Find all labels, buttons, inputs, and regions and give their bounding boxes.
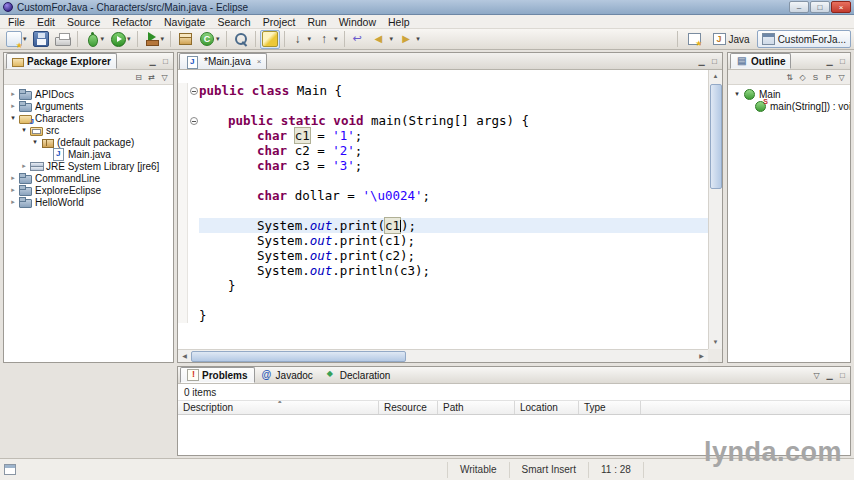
maximize-view-icon[interactable]: □ xyxy=(836,369,849,382)
code-line[interactable] xyxy=(178,203,708,218)
open-perspective-button[interactable] xyxy=(683,30,706,48)
code-line[interactable]: System.out.println(c3); xyxy=(178,263,708,278)
tree-item[interactable]: ▾(default package) xyxy=(4,136,173,148)
expander-icon[interactable]: ▸ xyxy=(8,198,18,206)
hide-static-members-icon[interactable]: S xyxy=(809,71,822,84)
scroll-up-icon[interactable]: ▲ xyxy=(709,70,722,83)
menu-window[interactable]: Window xyxy=(333,16,382,28)
menu-help[interactable]: Help xyxy=(382,16,416,28)
dropdown-arrow-icon[interactable]: ▾ xyxy=(390,35,394,43)
new-wizard-button[interactable]: ▾ xyxy=(4,30,29,49)
tree-item[interactable]: Main.java xyxy=(4,148,173,160)
tree-item[interactable]: main(String[]) : void xyxy=(728,100,850,112)
tree-item[interactable]: ▸ExploreEclipse xyxy=(4,184,173,196)
fold-collapse-icon[interactable] xyxy=(190,117,198,125)
code-line[interactable]: public static void main(String[] args) { xyxy=(178,113,708,128)
minimize-view-icon[interactable]: ▁ xyxy=(146,55,159,68)
tree-item[interactable]: ▾Characters xyxy=(4,112,173,124)
code-line[interactable] xyxy=(178,293,708,308)
new-java-package-button[interactable] xyxy=(175,30,195,49)
dropdown-arrow-icon[interactable]: ▾ xyxy=(127,35,131,43)
view-menu-icon[interactable]: ▽ xyxy=(835,71,848,84)
tree-item[interactable]: ▸JRE System Library [jre6] xyxy=(4,160,173,172)
view-menu-icon[interactable]: ▽ xyxy=(158,71,171,84)
forward-button[interactable]: ▾ xyxy=(397,30,422,49)
editor-horizontal-scrollbar[interactable]: ◀ ▶ xyxy=(178,349,708,362)
column-header-description[interactable]: Description▴ xyxy=(178,401,379,414)
code-line[interactable]: System.out.print(c1); xyxy=(178,218,708,233)
column-header-type[interactable]: Type xyxy=(579,401,641,414)
outline-tree[interactable]: ▾Mainmain(String[]) : void xyxy=(728,86,850,362)
code-line[interactable]: } xyxy=(178,308,708,323)
code-line[interactable]: char c2 = '2'; xyxy=(178,143,708,158)
outline-tab[interactable]: Outline xyxy=(730,53,791,69)
tree-item[interactable]: ▸Arguments xyxy=(4,100,173,112)
minimize-view-icon[interactable]: ▁ xyxy=(823,55,836,68)
previous-annotation-button[interactable]: ▾ xyxy=(315,30,340,49)
menu-source[interactable]: Source xyxy=(61,16,106,28)
dropdown-arrow-icon[interactable]: ▾ xyxy=(161,35,165,43)
view-menu-icon[interactable]: ▽ xyxy=(810,369,823,382)
code-line[interactable]: } xyxy=(178,278,708,293)
expander-icon[interactable]: ▸ xyxy=(8,102,18,110)
search-button[interactable] xyxy=(231,30,251,49)
expander-icon[interactable]: ▾ xyxy=(19,126,29,134)
code-line[interactable] xyxy=(178,98,708,113)
tree-item[interactable]: ▾src xyxy=(4,124,173,136)
code-line[interactable]: public class Main { xyxy=(178,83,708,98)
dropdown-arrow-icon[interactable]: ▾ xyxy=(334,35,338,43)
run-external-tools-button[interactable]: ▾ xyxy=(142,30,167,49)
code-line[interactable] xyxy=(178,173,708,188)
maximize-editor-icon[interactable]: □ xyxy=(708,55,721,68)
hide-fields-icon[interactable]: ◇ xyxy=(796,71,809,84)
column-header-path[interactable]: Path xyxy=(438,401,515,414)
tree-item[interactable]: ▸CommandLine xyxy=(4,172,173,184)
minimize-editor-icon[interactable]: ▁ xyxy=(695,55,708,68)
column-header-location[interactable]: Location xyxy=(515,401,579,414)
maximize-view-icon[interactable]: □ xyxy=(159,55,172,68)
code-line[interactable]: char c3 = '3'; xyxy=(178,158,708,173)
maximize-button[interactable]: □ xyxy=(810,1,830,13)
scroll-right-icon[interactable]: ▶ xyxy=(695,350,708,363)
dropdown-arrow-icon[interactable]: ▾ xyxy=(216,35,220,43)
editor-trim-icon[interactable] xyxy=(4,464,16,475)
run-button[interactable]: ▾ xyxy=(108,30,133,49)
editor-tab-close-icon[interactable]: × xyxy=(257,57,262,66)
editor-tab-main-java[interactable]: *Main.java × xyxy=(179,53,267,69)
last-edit-location-button[interactable] xyxy=(349,30,369,49)
code-line[interactable]: char dollar = '\u0024'; xyxy=(178,188,708,203)
menu-run[interactable]: Run xyxy=(301,16,332,28)
perspective-java-button[interactable]: Java xyxy=(708,30,755,48)
tree-item[interactable]: ▸APIDocs xyxy=(4,88,173,100)
menu-project[interactable]: Project xyxy=(257,16,302,28)
tab-javadoc[interactable]: Javadoc xyxy=(255,367,319,383)
minimize-button[interactable]: – xyxy=(789,1,809,13)
tab-problems[interactable]: Problems xyxy=(180,367,255,383)
mark-occurrences-button[interactable] xyxy=(260,30,280,49)
maximize-view-icon[interactable]: □ xyxy=(836,55,849,68)
package-explorer-tab[interactable]: Package Explorer xyxy=(6,53,117,69)
expander-icon[interactable]: ▸ xyxy=(19,162,29,170)
expander-icon[interactable]: ▾ xyxy=(30,138,40,146)
scroll-left-icon[interactable]: ◀ xyxy=(178,350,191,363)
dropdown-arrow-icon[interactable]: ▾ xyxy=(101,35,105,43)
close-button[interactable]: × xyxy=(831,1,851,13)
perspective-customforja-button[interactable]: CustomForJa... xyxy=(757,30,851,48)
code-line[interactable]: System.out.print(c1); xyxy=(178,233,708,248)
editor-vertical-scrollbar[interactable]: ▲ ▼ xyxy=(708,70,722,349)
package-explorer-tree[interactable]: ▸APIDocs▸Arguments▾Characters▾src▾(defau… xyxy=(4,86,173,362)
save-button[interactable] xyxy=(31,30,51,49)
dropdown-arrow-icon[interactable]: ▾ xyxy=(416,35,420,43)
minimize-view-icon[interactable]: ▁ xyxy=(823,369,836,382)
column-header-resource[interactable]: Resource xyxy=(379,401,438,414)
new-java-class-button[interactable]: ▾ xyxy=(197,30,222,49)
print-button[interactable] xyxy=(53,30,73,49)
collapse-all-icon[interactable]: ⊟ xyxy=(132,71,145,84)
expander-icon[interactable]: ▾ xyxy=(732,90,742,98)
expander-icon[interactable]: ▸ xyxy=(8,186,18,194)
menu-navigate[interactable]: Navigate xyxy=(158,16,211,28)
menu-edit[interactable]: Edit xyxy=(31,16,61,28)
titlebar[interactable]: CustomForJava - Characters/src/Main.java… xyxy=(0,0,854,15)
code-line[interactable]: char c1 = '1'; xyxy=(178,128,708,143)
dropdown-arrow-icon[interactable]: ▾ xyxy=(23,35,27,43)
